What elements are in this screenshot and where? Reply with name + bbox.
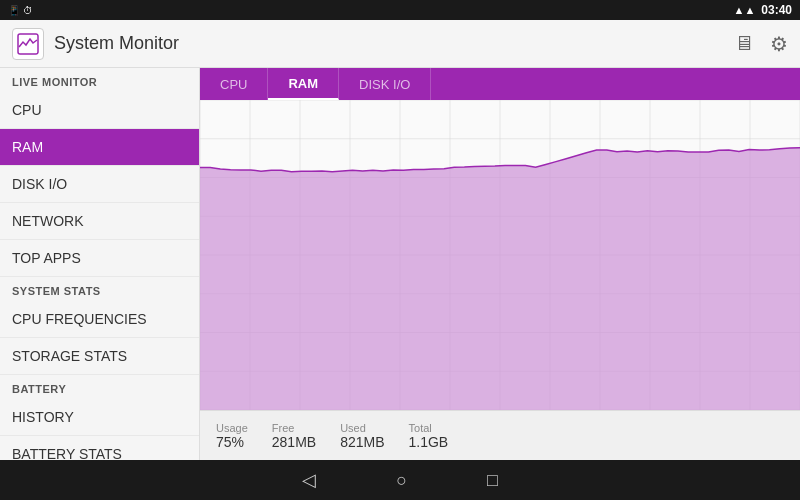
settings-icon[interactable]: ⚙ — [770, 32, 788, 56]
app-title: System Monitor — [54, 33, 179, 54]
stat-value: 281MB — [272, 434, 316, 450]
sidebar-item-history[interactable]: HISTORY — [0, 399, 199, 436]
stat-value: 75% — [216, 434, 244, 450]
stat-total: Total 1.1GB — [409, 422, 449, 450]
tab-disk-i/o[interactable]: DISK I/O — [339, 68, 431, 100]
sidebar-item-ram[interactable]: RAM — [0, 129, 199, 166]
sidebar-section-header: SYSTEM STATS — [0, 277, 199, 301]
ram-chart — [200, 100, 800, 410]
sidebar-item-cpu-freq[interactable]: CPU FREQUENCIES — [0, 301, 199, 338]
sidebar-item-cpu[interactable]: CPU — [0, 92, 199, 129]
monitor-icon — [17, 33, 39, 55]
app-bar: System Monitor 🖥 ⚙ — [0, 20, 800, 68]
status-right: ▲▲ 03:40 — [734, 3, 792, 17]
display-icon[interactable]: 🖥 — [734, 32, 754, 55]
tab-ram[interactable]: RAM — [268, 68, 339, 100]
stat-free: Free 281MB — [272, 422, 316, 450]
app-icon — [12, 28, 44, 60]
stat-label: Used — [340, 422, 366, 434]
sidebar-section-header: BATTERY — [0, 375, 199, 399]
stat-label: Total — [409, 422, 432, 434]
back-button[interactable]: ◁ — [302, 469, 316, 491]
recent-button[interactable]: □ — [487, 470, 498, 491]
status-left: 📱 ⏱ — [8, 5, 33, 16]
status-bar: 📱 ⏱ ▲▲ 03:40 — [0, 0, 800, 20]
stat-label: Free — [272, 422, 295, 434]
app-bar-left: System Monitor — [12, 28, 179, 60]
sidebar-item-battery-stats[interactable]: BATTERY STATS — [0, 436, 199, 460]
stat-value: 1.1GB — [409, 434, 449, 450]
stat-label: Usage — [216, 422, 248, 434]
tab-cpu[interactable]: CPU — [200, 68, 268, 100]
app-indicator: 📱 ⏱ — [8, 5, 33, 16]
stat-usage: Usage 75% — [216, 422, 248, 450]
stats-bar: Usage 75% Free 281MB Used 821MB Total 1.… — [200, 410, 800, 460]
chart-area: CPURAMDISK I/O Usage 75% Free 281MB Used… — [200, 68, 800, 460]
sidebar-item-top-apps[interactable]: TOP APPS — [0, 240, 199, 277]
sidebar-item-network[interactable]: NETWORK — [0, 203, 199, 240]
time-display: 03:40 — [761, 3, 792, 17]
nav-bar: ◁ ○ □ — [0, 460, 800, 500]
stat-used: Used 821MB — [340, 422, 384, 450]
stat-value: 821MB — [340, 434, 384, 450]
sidebar-item-storage-stats[interactable]: STORAGE STATS — [0, 338, 199, 375]
chart-container — [200, 100, 800, 410]
wifi-icon: ▲▲ — [734, 4, 756, 16]
sidebar-section-header: LIVE MONITOR — [0, 68, 199, 92]
sidebar: LIVE MONITORCPURAMDISK I/ONETWORKTOP APP… — [0, 68, 200, 460]
tab-bar: CPURAMDISK I/O — [200, 68, 800, 100]
main-content: LIVE MONITORCPURAMDISK I/ONETWORKTOP APP… — [0, 68, 800, 460]
sidebar-item-disk-io[interactable]: DISK I/O — [0, 166, 199, 203]
app-bar-right: 🖥 ⚙ — [734, 32, 788, 56]
home-button[interactable]: ○ — [396, 470, 407, 491]
